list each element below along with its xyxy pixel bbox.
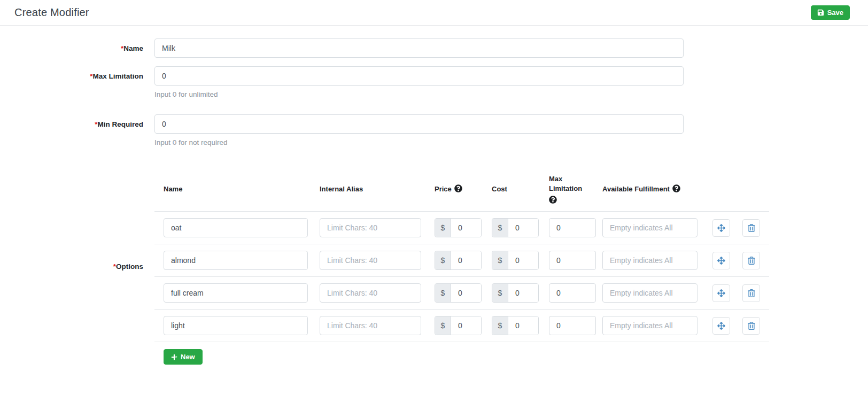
- max-limitation-field-row: *Max Limitation Input 0 for unlimited: [0, 66, 868, 98]
- option-fulfillment-input[interactable]: [602, 316, 698, 335]
- option-price-group: $: [435, 218, 482, 237]
- option-name-input[interactable]: [164, 251, 308, 270]
- price-help-icon[interactable]: [454, 184, 462, 192]
- trash-icon: [748, 322, 755, 330]
- move-row-button[interactable]: [712, 317, 730, 335]
- trash-icon: [748, 289, 755, 297]
- option-internal-alias-input[interactable]: [320, 283, 421, 303]
- option-cost-input[interactable]: [508, 284, 538, 302]
- move-icon: [717, 224, 725, 232]
- options-field-row: *Options Name Internal Alias Price Cost …: [0, 169, 868, 365]
- option-price-group: $: [435, 283, 482, 303]
- name-field-row: *Name: [0, 38, 868, 58]
- trash-icon: [748, 224, 755, 232]
- option-row: $ $: [154, 277, 769, 310]
- option-cost-input[interactable]: [508, 316, 538, 335]
- option-price-group: $: [435, 316, 482, 335]
- option-fulfillment-input[interactable]: [602, 251, 698, 270]
- option-fulfillment-input[interactable]: [602, 218, 698, 237]
- option-max-limitation-input[interactable]: [549, 316, 596, 335]
- options-field-label: *Options: [0, 262, 143, 271]
- currency-symbol: $: [492, 284, 508, 302]
- option-internal-alias-input[interactable]: [320, 218, 421, 237]
- option-name-input[interactable]: [164, 316, 308, 335]
- name-input[interactable]: [154, 38, 684, 58]
- delete-row-button[interactable]: [742, 284, 760, 302]
- create-modifier-form: *Name *Max Limitation Input 0 for unlimi…: [0, 26, 868, 365]
- currency-symbol: $: [492, 251, 508, 269]
- move-icon: [717, 289, 725, 297]
- save-icon: [817, 9, 824, 16]
- max-limitation-hint: Input 0 for unlimited: [154, 90, 684, 98]
- min-required-field-label: *Min Required: [0, 114, 143, 129]
- delete-row-button[interactable]: [742, 317, 760, 335]
- options-table-header: Name Internal Alias Price Cost Max Limit…: [154, 169, 769, 212]
- move-row-button[interactable]: [712, 219, 730, 237]
- delete-row-button[interactable]: [742, 219, 760, 237]
- column-header-internal-alias: Internal Alias: [320, 184, 421, 194]
- option-cost-group: $: [492, 283, 539, 303]
- currency-symbol: $: [435, 316, 451, 335]
- option-name-input[interactable]: [164, 283, 308, 303]
- max-limitation-input[interactable]: [154, 66, 684, 86]
- min-required-field-row: *Min Required Input 0 for not required: [0, 114, 868, 146]
- column-header-available-fulfillment: Available Fulfillment: [602, 184, 680, 194]
- currency-symbol: $: [435, 251, 451, 269]
- option-cost-input[interactable]: [508, 251, 538, 269]
- save-button[interactable]: Save: [811, 5, 850, 20]
- option-cost-group: $: [492, 218, 539, 237]
- max-limitation-field-label: *Max Limitation: [0, 66, 143, 81]
- move-icon: [717, 322, 725, 330]
- option-price-input[interactable]: [451, 284, 481, 302]
- column-header-max-limitation: Max Limitation: [549, 174, 596, 203]
- currency-symbol: $: [435, 219, 451, 237]
- currency-symbol: $: [435, 284, 451, 302]
- option-cost-group: $: [492, 316, 539, 335]
- trash-icon: [748, 257, 755, 265]
- save-button-label: Save: [827, 9, 843, 17]
- new-option-button-label: New: [181, 353, 195, 361]
- name-field-label: *Name: [0, 38, 143, 53]
- delete-row-button[interactable]: [742, 252, 760, 269]
- option-cost-group: $: [492, 251, 539, 270]
- option-price-input[interactable]: [451, 316, 481, 335]
- column-header-cost: Cost: [492, 184, 539, 194]
- min-required-input[interactable]: [154, 114, 684, 134]
- move-row-button[interactable]: [712, 252, 730, 269]
- available-fulfillment-help-icon[interactable]: [672, 184, 680, 192]
- currency-symbol: $: [492, 316, 508, 335]
- top-bar: Create Modifier Save: [0, 0, 868, 26]
- option-max-limitation-input[interactable]: [549, 283, 596, 303]
- option-fulfillment-input[interactable]: [602, 283, 698, 303]
- column-header-name: Name: [164, 184, 308, 194]
- move-icon: [717, 257, 725, 265]
- option-row: $ $: [154, 310, 769, 342]
- max-limitation-help-icon[interactable]: [549, 196, 596, 204]
- option-max-limitation-input[interactable]: [549, 218, 596, 237]
- currency-symbol: $: [492, 219, 508, 237]
- plus-icon: [171, 354, 177, 360]
- move-row-button[interactable]: [712, 284, 730, 302]
- option-row: $ $: [154, 212, 769, 244]
- option-name-input[interactable]: [164, 218, 308, 237]
- option-internal-alias-input[interactable]: [320, 251, 421, 270]
- column-header-price: Price: [435, 184, 482, 194]
- page-title: Create Modifier: [14, 6, 89, 19]
- new-option-button[interactable]: New: [164, 349, 203, 365]
- option-internal-alias-input[interactable]: [320, 316, 421, 335]
- option-cost-input[interactable]: [508, 219, 538, 237]
- option-row: $ $: [154, 244, 769, 277]
- option-price-input[interactable]: [451, 219, 481, 237]
- option-price-group: $: [435, 251, 482, 270]
- options-table: Name Internal Alias Price Cost Max Limit…: [154, 169, 769, 365]
- option-max-limitation-input[interactable]: [549, 251, 596, 270]
- min-required-hint: Input 0 for not required: [154, 138, 684, 146]
- option-price-input[interactable]: [451, 251, 481, 269]
